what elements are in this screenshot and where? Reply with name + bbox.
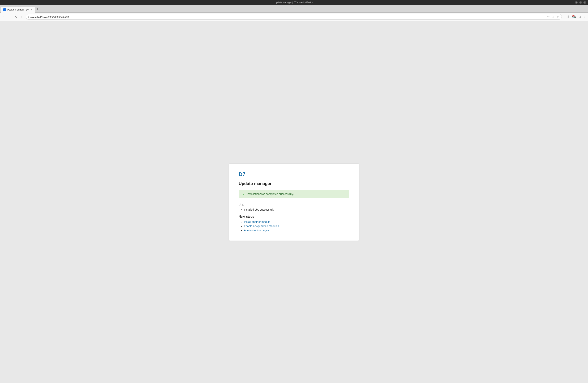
menu-button[interactable]: ≡: [583, 14, 587, 19]
address-bar-icons: ••• ⬇ ☆: [546, 15, 559, 19]
pocket-button[interactable]: ⬇: [551, 15, 555, 19]
nav-bar: ← → ↻ ⌂ ℹ ••• ⬇ ☆ ⬇ 📚 ⊟ ≡: [0, 13, 588, 21]
installed-item: php: [255, 208, 259, 211]
title-bar: Update manager | D7 - Mozilla Firefox − …: [0, 0, 588, 5]
site-title: D7: [239, 171, 349, 177]
tab-update-manager[interactable]: Update manager | D7 ×: [1, 7, 35, 13]
window-title: Update manager | D7 - Mozilla Firefox: [275, 1, 314, 4]
more-options-button[interactable]: •••: [546, 15, 550, 19]
close-button[interactable]: ×: [583, 1, 586, 4]
install-another-module-link[interactable]: Install another module: [244, 220, 270, 223]
success-text: Installation was completed successfully.: [247, 192, 294, 195]
success-check-icon: ✓: [242, 192, 245, 196]
php-section-title: php: [239, 203, 349, 206]
install-item: Installed php successfully: [244, 208, 349, 211]
bookmark-button[interactable]: ☆: [556, 15, 559, 19]
window-controls: − ○ ×: [575, 1, 586, 4]
tab-favicon: [3, 8, 6, 11]
installed-prefix: Installed: [244, 208, 254, 211]
nav-right-buttons: ⬇ 📚 ⊟ ≡: [566, 14, 587, 19]
address-bar[interactable]: ℹ ••• ⬇ ☆: [26, 14, 562, 20]
page-heading: Update manager: [239, 181, 349, 186]
reload-button[interactable]: ↻: [14, 14, 19, 19]
restore-button[interactable]: ○: [579, 1, 582, 4]
bookmarks-button[interactable]: 📚: [571, 14, 577, 19]
next-step-install: Install another module: [244, 220, 349, 223]
home-button[interactable]: ⌂: [19, 14, 23, 19]
browser-content: D7 Update manager ✓ Installation was com…: [0, 21, 588, 383]
page-card: D7 Update manager ✓ Installation was com…: [229, 164, 359, 241]
installed-suffix-text: successfully: [260, 208, 274, 211]
administration-pages-link[interactable]: Administration pages: [244, 229, 269, 232]
new-tab-button[interactable]: +: [35, 6, 40, 12]
next-steps-list: Install another module Enable newly adde…: [239, 220, 349, 232]
enable-modules-link[interactable]: Enable newly added modules: [244, 225, 279, 228]
minimize-button[interactable]: −: [575, 1, 578, 4]
tab-bar: Update manager | D7 × +: [0, 5, 588, 13]
next-steps-title: Next steps: [239, 215, 349, 218]
lock-icon: ℹ: [28, 15, 29, 18]
address-input[interactable]: [30, 15, 545, 18]
tab-title: Update manager | D7: [7, 8, 29, 11]
install-list: Installed php successfully: [239, 208, 349, 211]
tab-close-button[interactable]: ×: [30, 8, 32, 11]
next-step-enable: Enable newly added modules: [244, 225, 349, 228]
forward-button[interactable]: →: [8, 14, 13, 19]
synced-tabs-button[interactable]: ⊟: [577, 14, 582, 19]
downloads-button[interactable]: ⬇: [566, 14, 570, 19]
success-message-box: ✓ Installation was completed successfull…: [239, 190, 349, 198]
next-step-admin: Administration pages: [244, 229, 349, 232]
back-button[interactable]: ←: [1, 14, 7, 19]
